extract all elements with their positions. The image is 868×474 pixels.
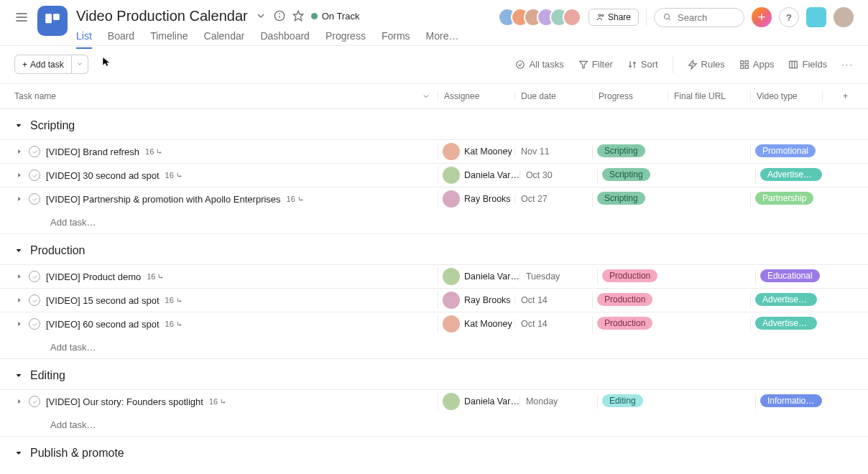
task-row[interactable]: [VIDEO] 60 second ad spot16 Kat MooneyOc… [0,312,868,335]
apps-button[interactable]: Apps [739,59,775,70]
type-cell[interactable]: Partnership [750,192,822,207]
task-title[interactable]: [VIDEO] 30 second ad spot [46,170,160,181]
add-column-button[interactable]: + [822,91,868,101]
column-progress[interactable]: Progress [592,91,668,101]
progress-cell[interactable]: Production [592,293,668,308]
tab-forms[interactable]: Forms [382,30,410,49]
type-cell[interactable]: Educational [755,269,827,284]
progress-cell[interactable]: Production [597,269,673,284]
progress-cell[interactable]: Editing [597,394,673,409]
task-row[interactable]: [VIDEO] Partnership & promotion with Apo… [0,187,868,210]
task-title[interactable]: [VIDEO] 60 second ad spot [46,319,160,330]
project-members[interactable] [498,8,581,27]
assignee-cell[interactable]: Daniela Var… [438,393,520,410]
upgrade-tile[interactable] [806,7,826,27]
expand-subtasks[interactable] [16,319,23,330]
tab-progress[interactable]: Progress [326,30,366,49]
filter-button[interactable]: Filter [578,59,613,70]
add-task-row[interactable]: Add task… [0,210,868,234]
task-title[interactable]: [VIDEO] 15 second ad spot [46,295,160,306]
task-row[interactable]: [VIDEO] 30 second ad spot16 Daniela Var…… [0,163,868,187]
complete-checkbox[interactable] [29,318,40,330]
section-header[interactable]: Scripting [0,109,868,139]
expand-subtasks[interactable] [16,396,23,407]
complete-checkbox[interactable] [29,146,40,157]
due-date-cell[interactable]: Oct 27 [514,194,592,204]
assignee-cell[interactable]: Kat Mooney [438,315,514,333]
add-task-dropdown[interactable] [72,55,88,74]
global-add-button[interactable]: + [752,7,772,27]
complete-checkbox[interactable] [29,271,40,282]
chevron-down-icon[interactable] [255,10,267,22]
progress-cell[interactable]: Scripting [592,144,668,159]
column-final-url[interactable]: Final file URL [668,91,750,101]
type-cell[interactable]: Advertisem… [750,317,822,332]
fields-button[interactable]: Fields [788,59,827,70]
subtask-count[interactable]: 16 [145,147,164,156]
tab-dashboard[interactable]: Dashboard [260,30,310,49]
complete-checkbox[interactable] [29,193,40,205]
help-button[interactable]: ? [779,7,799,27]
tab-list[interactable]: List [76,30,92,49]
profile-avatar[interactable] [834,7,854,27]
task-title[interactable]: [VIDEO] Our story: Founders spotlight [46,396,203,407]
column-due-date[interactable]: Due date [514,91,592,101]
chevron-down-icon[interactable] [422,92,430,101]
expand-subtasks[interactable] [16,295,23,306]
task-row[interactable]: [VIDEO] Brand refresh16 Kat MooneyNov 11… [0,139,868,163]
subtask-count[interactable]: 16 [147,272,165,281]
tab-timeline[interactable]: Timeline [150,30,188,49]
expand-subtasks[interactable] [16,170,23,181]
add-task-row[interactable]: Add task… [0,335,868,359]
section-header[interactable]: Editing [0,359,868,389]
due-date-cell[interactable]: Nov 11 [514,147,592,157]
subtask-count[interactable]: 16 [287,195,305,203]
complete-checkbox[interactable] [29,169,40,181]
complete-checkbox[interactable] [29,396,40,407]
section-header[interactable]: Publish & promote [0,437,868,467]
type-cell[interactable]: Advertisem… [750,293,822,308]
subtask-count[interactable]: 16 [165,320,184,328]
section-header[interactable]: Production [0,234,868,264]
column-video-type[interactable]: Video type [750,91,822,101]
more-actions[interactable]: ··· [841,59,854,70]
progress-cell[interactable]: Scripting [597,168,673,183]
project-title[interactable]: Video Production Calendar [76,8,248,24]
expand-subtasks[interactable] [16,271,23,282]
search-input[interactable] [654,8,744,27]
type-cell[interactable]: Informational [755,394,827,409]
sort-button[interactable]: Sort [627,59,658,70]
task-row[interactable]: [VIDEO] 15 second ad spot16 Ray BrooksOc… [0,288,868,312]
expand-subtasks[interactable] [16,147,23,157]
progress-cell[interactable]: Scripting [592,192,668,207]
info-icon[interactable] [274,10,285,22]
tab-more[interactable]: More… [426,30,459,49]
subtask-count[interactable]: 16 [165,296,184,305]
assignee-cell[interactable]: Daniela Var… [438,268,520,285]
type-cell[interactable]: Promotional [750,144,822,159]
all-tasks-filter[interactable]: All tasks [515,59,563,70]
due-date-cell[interactable]: Oct 14 [514,319,592,329]
column-assignee[interactable]: Assignee [438,91,514,101]
add-task-row[interactable]: Add task… [0,413,868,437]
assignee-cell[interactable]: Ray Brooks [438,292,514,309]
rules-button[interactable]: Rules [688,59,725,70]
add-task-button[interactable]: + Add task [14,55,72,74]
due-date-cell[interactable]: Tuesday [520,271,597,282]
complete-checkbox[interactable] [29,294,40,306]
task-row[interactable]: [VIDEO] Our story: Founders spotlight16 … [0,389,868,413]
task-title[interactable]: [VIDEO] Brand refresh [46,147,139,157]
tab-calendar[interactable]: Calendar [204,30,245,49]
expand-subtasks[interactable] [16,194,23,205]
star-icon[interactable] [292,10,304,22]
subtask-count[interactable]: 16 [165,171,184,180]
assignee-cell[interactable]: Ray Brooks [438,190,514,208]
due-date-cell[interactable]: Monday [520,396,597,406]
type-cell[interactable]: Advertisem… [755,168,827,183]
share-button[interactable]: Share [588,9,639,26]
task-row[interactable]: [VIDEO] Product demo16 Daniela Var…Tuesd… [0,264,868,288]
due-date-cell[interactable]: Oct 30 [520,170,597,180]
task-title[interactable]: [VIDEO] Product demo [46,271,141,282]
due-date-cell[interactable]: Oct 14 [514,295,592,305]
assignee-cell[interactable]: Kat Mooney [438,143,514,160]
